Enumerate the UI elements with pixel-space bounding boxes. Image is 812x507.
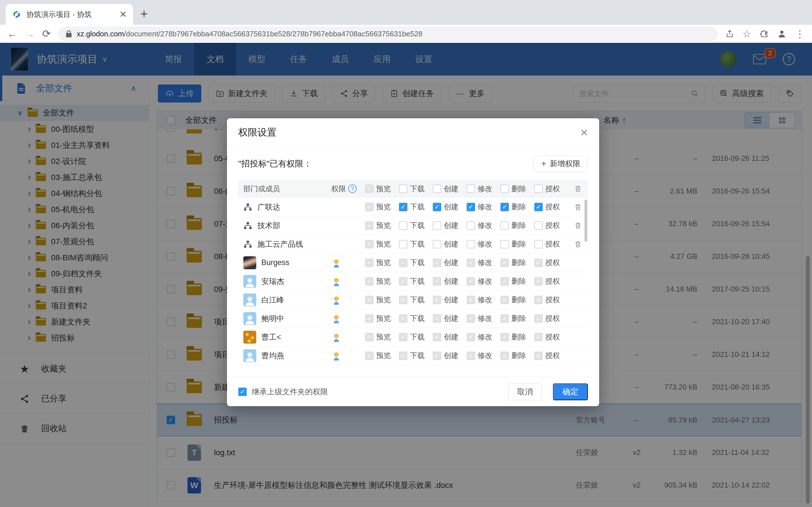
perm-checkbox[interactable]: ✓	[534, 296, 543, 304]
perm-checkbox[interactable]: ✓	[500, 296, 509, 304]
perm-checkbox[interactable]: ✓	[500, 221, 509, 230]
perm-checkbox[interactable]: ✓	[534, 333, 543, 341]
perm-header-授权: ✓授权	[534, 184, 568, 194]
perm-checkbox[interactable]: ✓	[399, 296, 407, 304]
perm-checkbox[interactable]: ✓	[467, 333, 475, 341]
perm-checkbox[interactable]: ✓	[365, 240, 373, 248]
perm-header-修改: ✓修改	[467, 184, 500, 194]
perm-checkbox[interactable]: ✓	[365, 277, 373, 286]
browser-tab[interactable]: 协筑演示项目 - 协筑 ✕	[6, 4, 133, 25]
perm-checkbox[interactable]: ✓	[500, 240, 509, 248]
perm-checkbox[interactable]: ✓	[433, 203, 441, 211]
perm-checkbox[interactable]: ✓	[433, 259, 441, 267]
perm-checkbox[interactable]: ✓	[365, 351, 373, 360]
menu-kebab-icon[interactable]: ⋮	[795, 28, 805, 40]
perm-cell-删除: ✓删除	[500, 314, 534, 323]
perm-checkbox[interactable]: ✓	[534, 351, 543, 360]
permission-settings-modal: 权限设置 × "招投标"已有权限： + 新增权限 部门或成员权限?✓预览✓下载✓…	[227, 118, 599, 406]
perm-label: 下载	[410, 202, 424, 212]
perm-checkbox[interactable]: ✓	[365, 221, 373, 230]
share-page-icon[interactable]	[725, 29, 734, 38]
cancel-button[interactable]: 取消	[508, 383, 542, 400]
inherit-checkbox[interactable]: ✓	[238, 388, 247, 396]
perm-label: 预览	[376, 332, 391, 342]
perm-cell-下载: ✓下载	[399, 239, 433, 249]
perm-checkbox[interactable]: ✓	[467, 240, 475, 248]
back-icon[interactable]: ←	[7, 28, 17, 40]
perm-checkbox[interactable]: ✓	[534, 277, 543, 286]
perm-checkbox[interactable]: ✓	[500, 277, 509, 286]
bookmark-star-icon[interactable]: ☆	[743, 28, 751, 40]
permission-column-header: 权限?	[331, 184, 365, 194]
perm-checkbox[interactable]: ✓	[399, 240, 407, 248]
url-bar[interactable]: xz.glodon.com/document/278b7967ebba4708a…	[58, 26, 718, 41]
perm-checkbox[interactable]: ✓	[467, 221, 475, 230]
confirm-button[interactable]: 确定	[553, 383, 588, 400]
perm-checkbox[interactable]: ✓	[433, 333, 441, 341]
perm-cell-删除: ✓删除	[500, 276, 534, 286]
perm-checkbox[interactable]: ✓	[399, 351, 407, 360]
perm-checkbox[interactable]: ✓	[534, 221, 543, 230]
perm-cell-下载: ✓下载	[399, 221, 433, 230]
new-tab-button[interactable]: +	[140, 7, 148, 21]
perm-checkbox[interactable]: ✓	[433, 221, 441, 230]
delete-all-permission-button[interactable]	[568, 185, 588, 193]
worker-role-icon	[331, 258, 365, 268]
perm-checkbox[interactable]: ✓	[467, 351, 475, 360]
perm-checkbox[interactable]: ✓	[500, 333, 509, 341]
perm-checkbox[interactable]: ✓	[467, 184, 475, 193]
perm-checkbox[interactable]: ✓	[399, 203, 407, 211]
perm-checkbox[interactable]: ✓	[534, 184, 543, 193]
perm-label: 修改	[477, 221, 492, 230]
member-avatar	[243, 256, 256, 269]
perm-checkbox[interactable]: ✓	[534, 240, 543, 248]
close-icon[interactable]: ×	[580, 126, 588, 139]
perm-checkbox[interactable]: ✓	[365, 314, 373, 323]
forward-icon[interactable]: →	[25, 28, 35, 40]
perm-label: 下载	[410, 258, 424, 268]
perm-checkbox[interactable]: ✓	[500, 203, 509, 211]
perm-checkbox[interactable]: ✓	[467, 314, 475, 323]
tab-close-icon[interactable]: ✕	[119, 10, 127, 19]
reload-icon[interactable]: ⟳	[42, 28, 51, 40]
add-permission-button[interactable]: + 新增权限	[534, 156, 588, 172]
perm-checkbox[interactable]: ✓	[365, 259, 373, 267]
member-avatar	[243, 275, 256, 288]
perm-checkbox[interactable]: ✓	[467, 203, 475, 211]
perm-checkbox[interactable]: ✓	[500, 184, 509, 193]
permission-row: 安瑞杰✓预览✓下载✓创建✓修改✓删除✓授权	[238, 272, 588, 291]
perm-checkbox[interactable]: ✓	[365, 296, 373, 304]
modal-scrollbar[interactable]	[585, 200, 587, 242]
perm-checkbox[interactable]: ✓	[399, 333, 407, 341]
perm-checkbox[interactable]: ✓	[534, 259, 543, 267]
perm-checkbox[interactable]: ✓	[467, 259, 475, 267]
perm-checkbox[interactable]: ✓	[433, 277, 441, 286]
perm-checkbox[interactable]: ✓	[433, 184, 441, 193]
perm-checkbox[interactable]: ✓	[534, 203, 543, 211]
perm-cell-创建: ✓创建	[433, 314, 467, 323]
perm-checkbox[interactable]: ✓	[467, 296, 475, 304]
perm-checkbox[interactable]: ✓	[500, 259, 509, 267]
perm-cell-授权: ✓授权	[534, 221, 568, 230]
extensions-icon[interactable]	[760, 29, 769, 38]
perm-checkbox[interactable]: ✓	[433, 351, 441, 360]
perm-checkbox[interactable]: ✓	[500, 314, 509, 323]
perm-checkbox[interactable]: ✓	[433, 296, 441, 304]
help-circle-icon[interactable]: ?	[348, 184, 357, 193]
perm-checkbox[interactable]: ✓	[399, 314, 407, 323]
member-name: 技术部	[257, 221, 280, 231]
perm-checkbox[interactable]: ✓	[433, 240, 441, 248]
perm-checkbox[interactable]: ✓	[365, 203, 373, 211]
perm-checkbox[interactable]: ✓	[399, 184, 407, 193]
perm-label: 下载	[410, 295, 424, 305]
profile-icon[interactable]	[777, 29, 786, 39]
perm-checkbox[interactable]: ✓	[365, 184, 373, 193]
perm-checkbox[interactable]: ✓	[399, 221, 407, 230]
perm-checkbox[interactable]: ✓	[534, 314, 543, 323]
perm-checkbox[interactable]: ✓	[467, 277, 475, 286]
perm-checkbox[interactable]: ✓	[500, 351, 509, 360]
perm-checkbox[interactable]: ✓	[399, 259, 407, 267]
perm-checkbox[interactable]: ✓	[433, 314, 441, 323]
perm-checkbox[interactable]: ✓	[399, 277, 407, 286]
perm-checkbox[interactable]: ✓	[365, 333, 373, 341]
